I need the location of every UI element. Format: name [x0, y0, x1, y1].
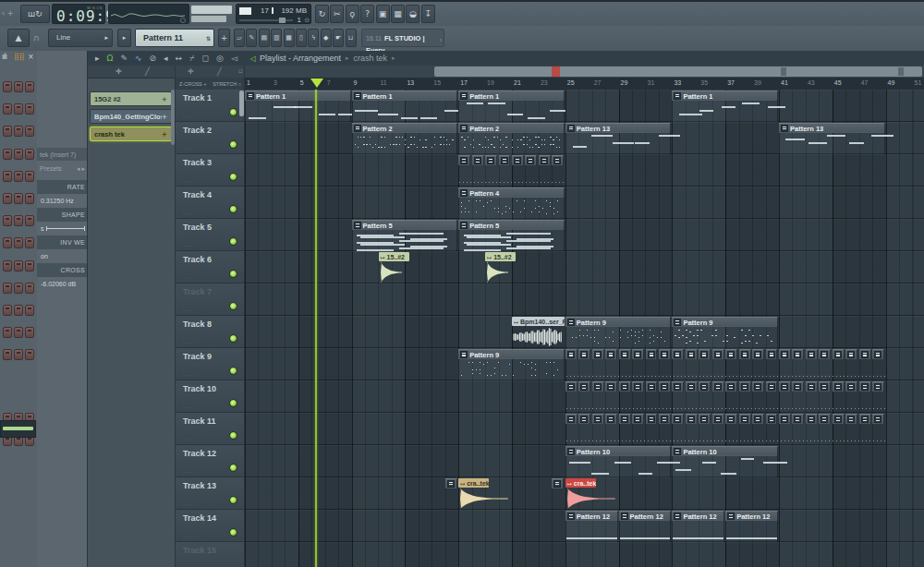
- track-header-6[interactable]: Track 6····: [176, 251, 245, 284]
- shop-icon[interactable]: ⊔: [346, 29, 357, 47]
- mini-clip[interactable]: [619, 381, 631, 391]
- mini-clip[interactable]: [605, 349, 617, 358]
- clip-pattern-1[interactable]: Pattern 1: [672, 90, 778, 122]
- mini-clip[interactable]: [458, 155, 470, 164]
- track-mute-led[interactable]: [229, 302, 237, 310]
- drag-handle-icon[interactable]: +: [162, 113, 167, 121]
- slot-button[interactable]: [14, 327, 23, 338]
- clip-pattern-1[interactable]: Pattern 1: [352, 90, 458, 122]
- drag-handle-icon[interactable]: +: [162, 130, 167, 139]
- slot-button[interactable]: [3, 349, 12, 360]
- help-icon[interactable]: ?: [360, 5, 374, 23]
- mini-clip[interactable]: [592, 414, 604, 423]
- audio-clip-cra-tek[interactable]: ↦cra..tek: [458, 478, 511, 510]
- mini-clip[interactable]: [512, 155, 524, 164]
- track-header-8[interactable]: Track 8····: [176, 316, 245, 348]
- mini-clip[interactable]: [632, 381, 644, 391]
- mini-clip[interactable]: [552, 478, 564, 488]
- arrange-icon[interactable]: ✛: [188, 67, 194, 76]
- chat-icon[interactable]: ◒: [406, 5, 419, 23]
- mini-clip[interactable]: [819, 381, 831, 391]
- oscilloscope[interactable]: [108, 4, 189, 24]
- mini-clip[interactable]: [646, 349, 658, 358]
- mini-clip[interactable]: [752, 349, 764, 358]
- slot-button[interactable]: [25, 103, 34, 115]
- slot-button[interactable]: [14, 260, 23, 271]
- slot-button[interactable]: [25, 149, 34, 160]
- track-mute-led[interactable]: [229, 464, 237, 472]
- mini-clip[interactable]: [806, 381, 818, 391]
- slot-button[interactable]: [25, 215, 34, 226]
- detach-icon[interactable]: ▸: [95, 54, 100, 64]
- mini-clip[interactable]: [592, 381, 604, 391]
- track-mute-led[interactable]: [229, 399, 237, 407]
- param-value[interactable]: 0.31250 Hz: [37, 194, 88, 208]
- mini-clip[interactable]: [578, 414, 590, 423]
- slot-button[interactable]: [14, 349, 23, 360]
- delete-icon[interactable]: ⊘: [150, 54, 157, 64]
- mini-clip[interactable]: [686, 349, 698, 358]
- mini-clip[interactable]: [712, 349, 724, 358]
- mini-clip[interactable]: [752, 381, 764, 391]
- picker-item-bpm140-gettingclos-[interactable]: Bpm140_GettingClos..+: [90, 109, 172, 124]
- clip-pattern-5[interactable]: Pattern 5: [458, 220, 565, 251]
- mini-clip[interactable]: [833, 381, 845, 391]
- slot-button[interactable]: [25, 81, 34, 92]
- slot-button[interactable]: [25, 260, 34, 271]
- mute-icon[interactable]: ◂: [164, 54, 168, 64]
- mini-clip[interactable]: [699, 349, 711, 358]
- playhead-marker[interactable]: [310, 78, 323, 88]
- mini-clip[interactable]: [699, 414, 711, 423]
- clip-pattern-1[interactable]: Pattern 1: [245, 90, 351, 122]
- mini-clip[interactable]: [672, 414, 684, 423]
- track-mute-led[interactable]: [229, 496, 237, 504]
- save-icon[interactable]: ▣: [376, 5, 390, 23]
- stretch-toggle[interactable]: STRETCH ○: [213, 81, 241, 87]
- mini-clip[interactable]: [845, 381, 857, 391]
- shape-slider[interactable]: [46, 226, 85, 231]
- meter-icon[interactable]: ıılı: [2, 53, 6, 61]
- picker-item-15g2-2[interactable]: 15G2 #2+: [90, 91, 172, 106]
- playlist-grid[interactable]: Pattern 1Pattern 1Pattern 1Pattern 1Patt…: [245, 90, 924, 567]
- audio-clip-15-2[interactable]: ↦15..#2: [379, 252, 405, 284]
- mini-clip[interactable]: [739, 381, 751, 391]
- slot-button[interactable]: [25, 193, 34, 204]
- clip-pattern-10[interactable]: Pattern 10: [672, 446, 778, 477]
- mini-clip[interactable]: [779, 381, 791, 391]
- timeline[interactable]: 1357911131517192123252729313335373941434…: [245, 78, 924, 90]
- pattern-selector[interactable]: Pattern 11 ⇅: [135, 29, 214, 47]
- slot-button[interactable]: [14, 171, 23, 182]
- mini-clip[interactable]: [859, 414, 871, 423]
- slope-icon[interactable]: ╱: [217, 67, 222, 76]
- clip-pattern-10[interactable]: Pattern 10: [565, 446, 672, 477]
- playback-icon[interactable]: ◅: [231, 54, 237, 64]
- mini-clip[interactable]: [686, 414, 698, 423]
- mini-clip[interactable]: [699, 381, 711, 391]
- mini-clip[interactable]: [619, 349, 631, 358]
- add-pattern-button[interactable]: +: [218, 29, 230, 47]
- mini-clip[interactable]: [779, 414, 791, 423]
- slot-button[interactable]: [14, 81, 23, 92]
- param-value[interactable]: -6.02060 dB: [37, 277, 88, 291]
- slot-button[interactable]: [3, 237, 12, 248]
- mini-clip[interactable]: [659, 349, 671, 358]
- picker-item-crash-tek[interactable]: crash tek+: [90, 127, 172, 141]
- mini-clip[interactable]: [646, 381, 658, 391]
- mini-clip[interactable]: [766, 349, 778, 358]
- track-mute-led[interactable]: [229, 108, 237, 116]
- clip-pattern-12[interactable]: Pattern 12: [619, 511, 672, 542]
- slot-button[interactable]: [3, 81, 12, 92]
- green-slider[interactable]: [0, 420, 36, 438]
- track-header-14[interactable]: Track 14····: [176, 510, 245, 542]
- mini-clip[interactable]: [859, 349, 871, 358]
- slot-button[interactable]: [14, 193, 23, 204]
- track-mute-led[interactable]: [229, 334, 237, 343]
- mini-clip[interactable]: [712, 414, 724, 423]
- clip-pattern-1[interactable]: Pattern 1: [458, 90, 565, 122]
- zoom-icon[interactable]: ◎: [216, 54, 224, 64]
- plugin-icon[interactable]: ϟ: [308, 29, 319, 47]
- breadcrumb[interactable]: Playlist - Arrangement: [260, 54, 341, 63]
- slot-button[interactable]: [3, 149, 12, 160]
- clip-pattern-9[interactable]: Pattern 9: [458, 349, 565, 380]
- mini-clip[interactable]: [792, 381, 804, 391]
